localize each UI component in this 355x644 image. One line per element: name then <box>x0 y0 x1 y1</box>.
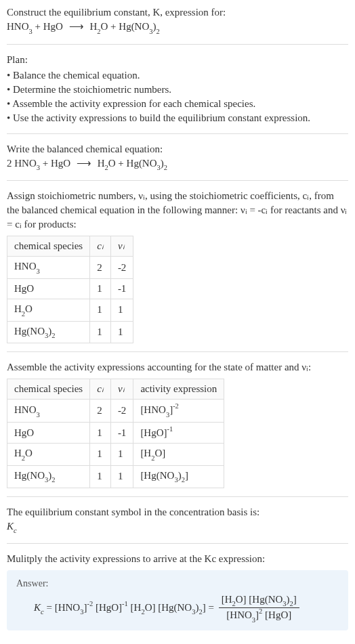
table-row: HgO 1 -1 [HgO]-1 <box>7 423 224 444</box>
text: [HNO <box>55 602 81 613</box>
species: HgO <box>51 158 70 169</box>
cell-species: HNO3 <box>7 257 90 279</box>
sub: 3 <box>37 267 40 275</box>
intro-species-hgno32: Hg(NO <box>119 21 149 32</box>
text: O] [Hg(NO <box>236 594 283 605</box>
cell-species: Hg(NO3)2 <box>7 465 90 488</box>
stoich-text: Assign stoichiometric numbers, νᵢ, using… <box>7 189 348 232</box>
table-row: HNO3 2 -2 <box>7 257 133 279</box>
activity-table: chemical species cᵢ νᵢ activity expressi… <box>7 379 224 488</box>
sub: 3 <box>45 476 48 484</box>
sub: 2 <box>51 476 55 484</box>
text: [HgO] <box>262 609 291 620</box>
th-species: chemical species <box>7 379 90 400</box>
sub: 2 <box>151 454 154 462</box>
species: H <box>98 158 105 169</box>
th-activity: activity expression <box>133 379 224 400</box>
sub: 3 <box>45 332 48 339</box>
cell-vi: 1 <box>110 465 133 488</box>
plan-item: Assemble the activity expression for eac… <box>7 97 348 111</box>
activity-title: Assemble the activity expressions accoun… <box>7 360 348 374</box>
sub: 3 <box>174 476 178 484</box>
sub: 2 <box>182 476 185 484</box>
text: [H <box>128 602 142 613</box>
species: HNO <box>14 158 37 169</box>
plan-list: Balance the chemical equation. Determine… <box>7 68 348 125</box>
text: Hg(NO <box>14 326 45 337</box>
plan-item: Determine the stoichiometric numbers. <box>7 83 348 97</box>
balanced-equation: 2 HNO3 + HgO ⟶ H2O + Hg(NO3)2 <box>7 156 348 173</box>
text: ) <box>287 594 290 605</box>
final-block: Mulitply the activity expressions to arr… <box>7 552 348 630</box>
kc-symbol: Kc <box>7 519 348 536</box>
sub: c <box>41 608 44 616</box>
plus: + <box>40 158 51 169</box>
divider <box>7 496 348 497</box>
sub: 3 <box>252 616 255 624</box>
species: Hg(NO <box>127 158 157 169</box>
cell-species: HgO <box>7 423 90 444</box>
text: ] <box>293 594 297 605</box>
sub: 2 <box>290 600 293 607</box>
arrow-icon: ⟶ <box>73 158 95 169</box>
th-ci: cᵢ <box>90 236 111 257</box>
coef: 2 <box>7 158 14 169</box>
sub: 3 <box>192 608 195 616</box>
text: ) <box>178 470 182 481</box>
text: O <box>108 158 116 169</box>
table-row: Hg(NO3)2 1 1 <box>7 321 133 343</box>
sup: -2 <box>87 600 93 607</box>
sub: 3 <box>283 600 286 607</box>
text: ] <box>185 470 188 481</box>
sub: 3 <box>29 28 33 35</box>
cell-ci: 2 <box>90 257 111 279</box>
text: K <box>34 602 41 613</box>
divider <box>7 180 348 181</box>
activity-block: Assemble the activity expressions accoun… <box>7 360 348 488</box>
cell-vi: -1 <box>110 279 133 299</box>
answer-box: Answer: Kc = [HNO3]-2 [HgO]-1 [H2O] [Hg(… <box>7 570 348 630</box>
sub: 2 <box>164 164 167 171</box>
th-ci: cᵢ <box>90 379 111 400</box>
text: = <box>206 602 217 613</box>
cell-vi: 1 <box>110 321 133 343</box>
text: K <box>7 521 14 532</box>
cell-ci: 1 <box>90 299 111 322</box>
cell-activity: [HgO]-1 <box>133 423 224 444</box>
plan-item: Balance the chemical equation. <box>7 68 348 83</box>
sub: 3 <box>157 164 161 171</box>
text: HNO <box>14 404 37 415</box>
table-header-row: chemical species cᵢ νᵢ <box>7 236 133 257</box>
final-title: Mulitply the activity expressions to arr… <box>7 552 348 566</box>
sub: 3 <box>37 164 40 171</box>
fraction: [H2O] [Hg(NO3)2][HNO3]2 [HgO] <box>219 593 299 624</box>
cell-vi: 1 <box>110 299 133 322</box>
sub: 2 <box>199 608 202 616</box>
cell-species: HgO <box>7 279 90 299</box>
intro-species-hno3: HNO <box>7 21 29 32</box>
text: cᵢ <box>97 383 104 394</box>
sup: -2 <box>173 402 179 410</box>
cell-activity: [Hg(NO3)2] <box>133 465 224 488</box>
sub: 2 <box>97 28 100 35</box>
sup: -1 <box>167 425 173 433</box>
plus: + <box>108 21 119 32</box>
table-row: H2O 1 1 <box>7 299 133 322</box>
kc-expression: Kc = [HNO3]-2 [HgO]-1 [H2O] [Hg(NO3)2] =… <box>34 593 339 624</box>
sub: 2 <box>22 454 25 462</box>
divider <box>7 543 348 544</box>
table-row: H2O 1 1 [H2O] <box>7 444 224 466</box>
th-vi: νᵢ <box>110 379 133 400</box>
answer-label: Answer: <box>16 577 339 591</box>
cell-vi: 1 <box>110 444 133 466</box>
text: H <box>14 448 22 458</box>
table-row: Hg(NO3)2 1 1 [Hg(NO3)2] <box>7 465 224 488</box>
divider <box>7 351 348 352</box>
th-species: chemical species <box>7 236 90 257</box>
cell-ci: 1 <box>90 321 111 343</box>
numerator: [H2O] [Hg(NO3)2] <box>219 593 299 609</box>
divider <box>7 44 348 45</box>
sub: 3 <box>37 411 40 418</box>
text: [HgO] <box>140 427 167 438</box>
text: O <box>100 21 108 32</box>
